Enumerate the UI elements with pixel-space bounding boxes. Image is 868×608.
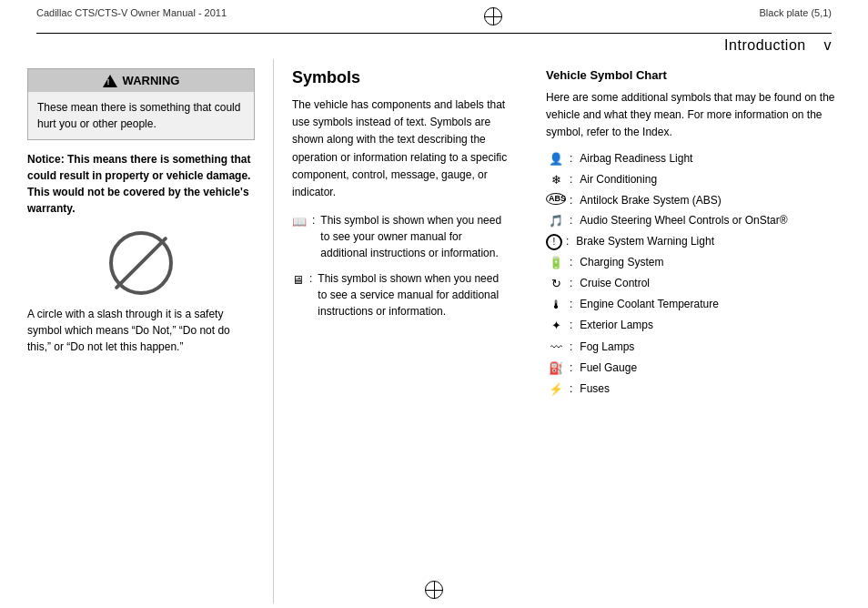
main-content: WARNING These mean there is something th…	[0, 59, 868, 603]
abs-icon: ABS	[546, 193, 566, 205]
fog-lamps-icon: 〰	[546, 339, 566, 356]
vsc-item-fuel-label: Fuel Gauge	[580, 360, 637, 376]
ac-icon: ❄	[546, 172, 566, 188]
header-left: Cadillac CTS/CTS-V Owner Manual - 2011	[36, 7, 227, 18]
warning-body: These mean there is something that could…	[28, 92, 254, 139]
vsc-item-fuses-label: Fuses	[580, 381, 610, 397]
vsc-item-ac: ❄ : Air Conditioning	[546, 172, 841, 188]
vsc-item-fuses: ⚡ : Fuses	[546, 381, 841, 398]
cruise-icon: ↻	[546, 276, 566, 292]
footer-area	[425, 581, 443, 599]
right-column: Vehicle Symbol Chart Here are some addit…	[528, 59, 841, 603]
notice-label: Notice:	[27, 153, 65, 166]
warning-box: WARNING These mean there is something th…	[27, 68, 255, 140]
no-symbol-icon	[109, 231, 173, 295]
symbols-intro: The vehicle has components and labels th…	[292, 96, 510, 201]
vsc-item-audio-label: Audio Steering Wheel Controls or OnStar®	[580, 213, 787, 228]
vsc-item-brake: ! : Brake System Warning Light	[546, 234, 841, 250]
service-manual-icon: 🖥	[292, 271, 304, 289]
vsc-item-fog-lamps: 〰 : Fog Lamps	[546, 339, 841, 356]
vsc-item-airbag-label: Airbag Readiness Light	[580, 151, 692, 167]
header-center	[484, 7, 502, 27]
no-symbol-container	[27, 231, 255, 295]
vsc-title: Vehicle Symbol Chart	[546, 68, 841, 82]
section-title-bar: Introduction v	[0, 34, 868, 59]
symbol-item-1-text: This symbol is shown when you need to se…	[320, 212, 510, 261]
airbag-icon: 👤	[546, 151, 566, 167]
left-column: WARNING These mean there is something th…	[27, 59, 273, 603]
symbols-title: Symbols	[292, 68, 510, 87]
crosshair-icon	[484, 7, 502, 25]
vsc-item-fog-lamps-label: Fog Lamps	[580, 339, 634, 355]
notice-block: Notice: This means there is something th…	[27, 151, 255, 217]
vsc-item-engine-temp: 🌡 : Engine Coolant Temperature	[546, 297, 841, 313]
footer-crosshair-icon	[425, 581, 443, 599]
exterior-lamps-icon: ✦	[546, 318, 566, 334]
symbol-item-1: 📖 : This symbol is shown when you need t…	[292, 212, 510, 261]
vsc-item-audio: 🎵 : Audio Steering Wheel Controls or OnS…	[546, 213, 841, 229]
symbol-item-2-text: This symbol is shown when you need to se…	[318, 270, 510, 319]
warning-header: WARNING	[28, 69, 254, 92]
symbol-item-2: 🖥 : This symbol is shown when you need t…	[292, 270, 510, 319]
vsc-item-abs-label: Antilock Brake System (ABS)	[580, 193, 721, 208]
vsc-item-airbag: 👤 : Airbag Readiness Light	[546, 151, 841, 167]
vsc-item-exterior-lamps-label: Exterior Lamps	[580, 318, 653, 333]
warning-label: WARNING	[123, 74, 180, 87]
charging-icon: 🔋	[546, 255, 566, 271]
fuses-icon: ⚡	[546, 381, 566, 398]
fuel-icon: ⛽	[546, 360, 566, 377]
vsc-item-exterior-lamps: ✦ : Exterior Lamps	[546, 318, 841, 334]
vsc-item-engine-temp-label: Engine Coolant Temperature	[580, 297, 719, 312]
vsc-item-abs: ABS : Antilock Brake System (ABS)	[546, 193, 841, 208]
vsc-item-ac-label: Air Conditioning	[580, 172, 657, 187]
page-header: Cadillac CTS/CTS-V Owner Manual - 2011 B…	[0, 0, 868, 33]
vsc-item-brake-label: Brake System Warning Light	[576, 234, 714, 249]
vsc-item-cruise-label: Cruise Control	[580, 276, 650, 291]
warning-triangle-icon	[103, 75, 117, 87]
vsc-intro: Here are some additional symbols that ma…	[546, 89, 841, 142]
section-title: Introduction v	[724, 37, 832, 54]
no-symbol-caption: A circle with a slash through it is a sa…	[27, 306, 255, 355]
brake-icon: !	[546, 234, 562, 250]
vsc-item-cruise: ↻ : Cruise Control	[546, 276, 841, 292]
book-icon: 📖	[292, 213, 307, 231]
middle-column: Symbols The vehicle has components and l…	[273, 59, 528, 603]
vsc-item-fuel: ⛽ : Fuel Gauge	[546, 360, 841, 377]
engine-temp-icon: 🌡	[546, 297, 566, 313]
vsc-item-charging-label: Charging System	[580, 255, 663, 270]
header-right: Black plate (5,1)	[760, 7, 832, 18]
audio-icon: 🎵	[546, 213, 566, 229]
vsc-item-charging: 🔋 : Charging System	[546, 255, 841, 271]
